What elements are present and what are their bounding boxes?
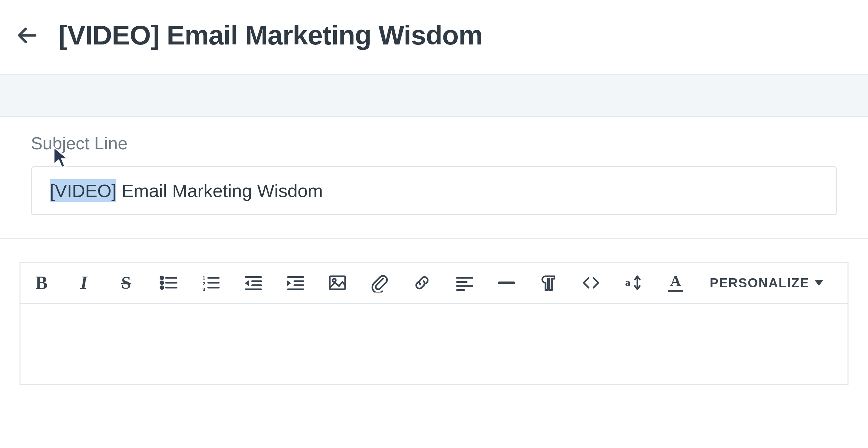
pilcrow-icon [539,273,559,292]
svg-text:a: a [625,277,630,288]
link-button[interactable] [401,263,443,303]
code-view-button[interactable] [570,263,612,303]
subject-section: Subject Line [VIDEO] Email Marketing Wis… [0,117,868,239]
editor-wrap: B I S 1 2 3 [0,239,868,385]
rich-text-toolbar: B I S 1 2 3 [20,262,848,304]
image-button[interactable] [316,263,359,303]
svg-text:3: 3 [203,286,205,292]
numbered-list-icon: 1 2 3 [201,273,220,292]
link-icon [412,273,432,292]
svg-point-1 [161,281,163,284]
image-icon [328,273,347,292]
toolbar-strip [0,75,868,117]
line-height-button[interactable]: a [612,263,654,303]
indent-button[interactable] [274,263,316,303]
bold-icon: B [35,272,48,293]
svg-marker-21 [287,280,291,286]
line-height-icon: a [623,273,643,292]
align-button[interactable] [443,263,485,303]
svg-text:1: 1 [203,275,205,280]
align-left-icon [455,273,474,292]
italic-icon: I [80,272,88,293]
attachment-button[interactable] [359,263,401,303]
subject-selected-text: [VIDEO] [50,179,116,202]
numbered-list-button[interactable]: 1 2 3 [189,263,232,303]
code-icon [581,273,601,292]
svg-point-2 [161,286,163,289]
editor-header: [VIDEO] Email Marketing Wisdom [0,0,868,75]
page-title: [VIDEO] Email Marketing Wisdom [59,20,483,51]
strikethrough-icon: S [121,273,131,293]
svg-text:2: 2 [203,281,205,286]
indent-icon [285,273,305,292]
italic-button[interactable]: I [63,263,105,303]
back-button[interactable] [13,21,42,50]
bold-button[interactable]: B [21,263,63,303]
svg-point-0 [161,277,163,279]
personalize-label: PERSONALIZE [710,276,809,290]
arrow-left-icon [16,24,39,47]
horizontal-rule-icon [497,273,516,292]
text-color-underline [668,290,683,292]
personalize-dropdown[interactable]: PERSONALIZE [697,263,836,303]
text-color-button[interactable]: A [654,263,697,303]
bullet-list-icon [159,273,178,292]
strikethrough-button[interactable]: S [105,263,147,303]
horizontal-rule-button[interactable] [485,263,528,303]
email-body-editor[interactable] [20,304,848,385]
outdent-button[interactable] [232,263,274,303]
text-color-icon: A [670,274,681,288]
svg-marker-16 [245,280,249,286]
svg-point-23 [333,279,336,282]
paperclip-icon [370,273,390,292]
outdent-icon [243,273,263,292]
caret-down-icon [814,280,824,286]
bullet-list-button[interactable] [147,263,189,303]
subject-rest-text: Email Marketing Wisdom [116,180,323,201]
subject-line-input[interactable]: [VIDEO] Email Marketing Wisdom [31,166,837,215]
paragraph-format-button[interactable] [528,263,570,303]
subject-line-label: Subject Line [31,133,837,153]
